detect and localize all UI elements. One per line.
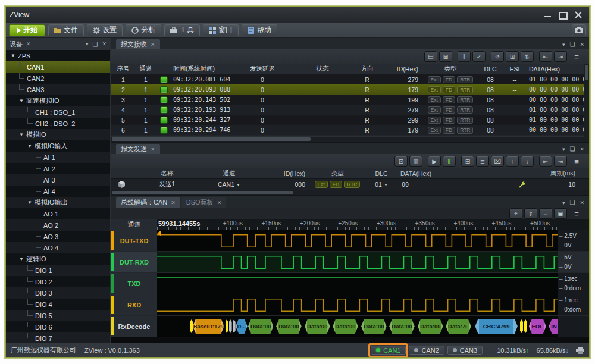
receive-hscrollbar[interactable]	[111, 136, 584, 142]
cell-config[interactable]	[511, 179, 533, 190]
close-icon[interactable]: ✕	[580, 42, 584, 48]
tree-item-AO1[interactable]: AO 1	[6, 208, 110, 219]
receive-row-5[interactable]: 5109:32:20.244 3270R299ExtFDRTR08--01 00…	[111, 115, 584, 125]
receive-row-3[interactable]: 3109:32:20.143 5020R199ExtFDRTR08--00 00…	[111, 95, 584, 105]
screenshot-button[interactable]	[572, 24, 586, 36]
dropdown-icon[interactable]: ▾	[562, 146, 565, 152]
minimize-icon[interactable]	[544, 11, 551, 18]
send-column-header-DLC[interactable]: DLC	[365, 168, 398, 178]
tab-dso-panel[interactable]: DSO面板✕	[181, 197, 226, 208]
float-icon[interactable]: ❏	[92, 41, 98, 48]
status-channel-CAN1[interactable]: CAN1	[371, 346, 406, 355]
chevron-down-icon[interactable]: ▼	[236, 183, 240, 187]
expand-arrow-icon[interactable]: ▼	[11, 53, 15, 58]
send-column-header-类型[interactable]: 类型	[310, 168, 365, 178]
wrench-icon[interactable]	[518, 181, 525, 188]
fit-vertical-icon[interactable]: ⇕	[524, 208, 537, 219]
receive-row-1[interactable]: 1109:32:20.081 6040R279ExtFDRTR08--01 00…	[111, 74, 584, 84]
close-icon[interactable]: ✕	[151, 42, 155, 48]
column-header-序号[interactable]: 序号	[111, 64, 135, 74]
id-format-icon[interactable]: ⊞	[506, 51, 519, 62]
columns-icon[interactable]: ▥	[409, 156, 422, 167]
clear-icon[interactable]: ⊠	[439, 51, 452, 62]
tab-receive[interactable]: 报文接收 ✕	[116, 39, 160, 49]
tree-item-模拟IO输出[interactable]: ▼模拟IO输出	[6, 197, 110, 208]
tree-item-AO4[interactable]: AO 4	[6, 242, 110, 253]
receive-row-6[interactable]: 6109:32:20.294 7460R179ExtFDRTR08--00 00…	[111, 125, 584, 135]
channel-label-TXD[interactable]: TXD	[111, 273, 157, 294]
tab-devices[interactable]: 设备 ✕	[10, 40, 31, 49]
timestamp-icon[interactable]: ↺	[491, 51, 504, 62]
add-frame-icon[interactable]: ⊞	[461, 156, 474, 167]
tree-item-CAN1[interactable]: CAN1	[6, 61, 110, 73]
tree-item-模拟IO输入[interactable]: ▼模拟IO输入	[6, 140, 110, 152]
close-icon[interactable]: ✕	[580, 146, 584, 152]
pause-icon[interactable]: ‖	[443, 156, 456, 167]
close-icon[interactable]: ✕	[102, 41, 107, 47]
send-column-header-次数[interactable]: 次数	[580, 168, 595, 178]
maximize-icon[interactable]	[559, 11, 566, 18]
float-icon[interactable]: ❏	[569, 41, 575, 48]
dropdown-icon[interactable]: ▾	[86, 41, 89, 47]
send-table-row[interactable]: 发送1CAN1▼000ExtFDRTR01▼0010100	[111, 179, 589, 190]
record-icon[interactable]: ▤	[424, 51, 437, 62]
dropdown-icon[interactable]: ▾	[562, 42, 565, 48]
close-icon[interactable]: ✕	[580, 200, 584, 206]
tree-item-高速模拟IO[interactable]: ▼高速模拟IO	[6, 95, 110, 106]
column-header-ESI[interactable]: ESI	[503, 64, 527, 74]
waveform-DUT-TXD[interactable]	[157, 230, 558, 251]
expand-arrow-icon[interactable]: ▼	[27, 200, 32, 205]
tree-item-CAN2[interactable]: CAN2	[6, 73, 110, 84]
column-header-通道[interactable]: 通道	[135, 64, 156, 74]
close-icon[interactable]: ✕	[151, 146, 155, 152]
tree-item-DIO4[interactable]: DIO 4	[6, 299, 110, 310]
column-header-发送延迟[interactable]: 发送延迟	[234, 64, 291, 74]
export-icon[interactable]: ⇤	[539, 51, 552, 62]
tree-item-AI4[interactable]: AI 4	[6, 186, 110, 197]
cell-dlc[interactable]: 01▼	[365, 179, 398, 190]
fit-horizontal-icon[interactable]: ⇔	[539, 208, 552, 219]
send-column-header-周期(ms)[interactable]: 周期(ms)	[533, 168, 580, 178]
tree-item-AO2[interactable]: AO 2	[6, 219, 110, 231]
column-header-方向[interactable]: 方向	[354, 64, 380, 74]
toolbar-button-分析[interactable]: 分析	[126, 24, 161, 36]
float-icon[interactable]: ❏	[569, 146, 575, 152]
expand-arrow-icon[interactable]: ▼	[19, 98, 24, 103]
delete-icon[interactable]: ⌧	[491, 156, 504, 167]
send-hscrollbar[interactable]	[111, 190, 589, 195]
dropdown-icon[interactable]: ▾	[562, 200, 565, 206]
printer-icon[interactable]	[576, 347, 584, 354]
overview-icon[interactable]: ▣	[554, 208, 567, 219]
waveform-RXD[interactable]	[157, 294, 558, 315]
tree-item-DIO1[interactable]: DIO 1	[6, 265, 110, 276]
column-header-icon[interactable]	[156, 64, 171, 74]
timeline-ruler[interactable]: 59931.14455s +100us+150us+200us+250us+30…	[157, 219, 558, 230]
expand-arrow-icon[interactable]: ▼	[19, 132, 24, 137]
chevron-down-icon[interactable]: ▼	[384, 183, 388, 187]
pause-display-icon[interactable]: ‖	[458, 51, 471, 62]
menu-icon[interactable]: ≡	[569, 208, 584, 219]
export-icon[interactable]: ⇤	[539, 156, 552, 167]
column-header-时间(系统时间)[interactable]: 时间(系统时间)	[171, 64, 234, 74]
move-down-icon[interactable]: ↓	[521, 156, 534, 167]
column-header-DLC[interactable]: DLC	[478, 64, 503, 74]
tree-item-模拟IO[interactable]: ▼模拟IO	[6, 129, 110, 140]
start-button[interactable]: 开始	[9, 24, 45, 36]
toolbar-button-工具[interactable]: 工具	[164, 24, 200, 36]
send-column-header-DATA(Hex)[interactable]: DATA(Hex)	[398, 168, 511, 178]
column-header-状态[interactable]: 状态	[291, 64, 354, 74]
import-icon[interactable]: ⇥	[554, 156, 567, 167]
scroll-icon[interactable]: ⇅	[521, 51, 534, 62]
add-list-icon[interactable]: ≣	[476, 156, 489, 167]
expand-arrow-icon[interactable]: ▼	[19, 256, 24, 262]
close-icon[interactable]: ✕	[26, 41, 31, 47]
receive-row-2[interactable]: 2109:32:20.093 0880R179ExtFDRTR08--00 00…	[111, 84, 584, 95]
send-column-header-名称[interactable]: 名称	[131, 168, 203, 178]
tree-item-CAN3[interactable]: CAN3	[6, 84, 110, 95]
move-up-icon[interactable]: ↑	[506, 156, 519, 167]
toolbar-button-窗口[interactable]: 窗口	[203, 24, 239, 36]
send-column-header-icon[interactable]	[111, 168, 131, 178]
expand-arrow-icon[interactable]: ▼	[27, 143, 32, 149]
tab-send[interactable]: 报文发送 ✕	[116, 144, 160, 154]
cursor-icon[interactable]: ⌖	[509, 208, 522, 219]
